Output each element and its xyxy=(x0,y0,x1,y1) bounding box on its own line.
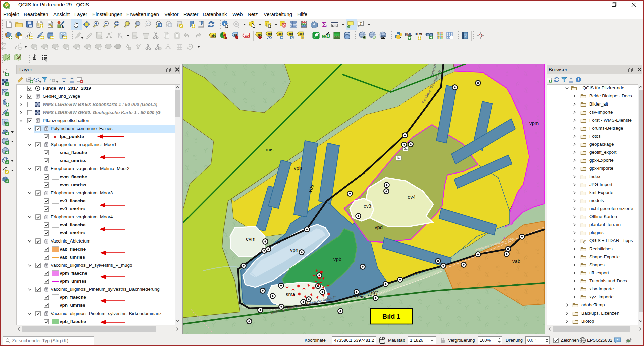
svg-text:Σ: Σ xyxy=(322,20,327,28)
svg-text:ε: ε xyxy=(50,77,52,82)
svg-text:?: ? xyxy=(464,33,467,38)
svg-text:ev3: ev3 xyxy=(364,203,371,209)
svg-text:vpd: vpd xyxy=(375,224,383,230)
svg-text:vpb: vpb xyxy=(333,256,341,262)
svg-text:vpm: vpm xyxy=(529,120,539,126)
svg-text:vpn: vpn xyxy=(290,247,298,253)
svg-text:Bild 1: Bild 1 xyxy=(382,313,400,320)
svg-text:vab: vab xyxy=(512,258,520,264)
svg-text:evm: evm xyxy=(246,236,255,242)
svg-text:wD: wD xyxy=(322,33,330,39)
svg-text:1:1: 1:1 xyxy=(147,22,150,25)
svg-text:sma: sma xyxy=(286,291,296,297)
svg-text:ev4: ev4 xyxy=(408,194,416,200)
svg-text:KML: KML xyxy=(405,32,412,36)
svg-text:mis: mis xyxy=(266,147,273,152)
svg-text:vph: vph xyxy=(294,165,302,171)
svg-text:HTML: HTML xyxy=(415,32,423,36)
